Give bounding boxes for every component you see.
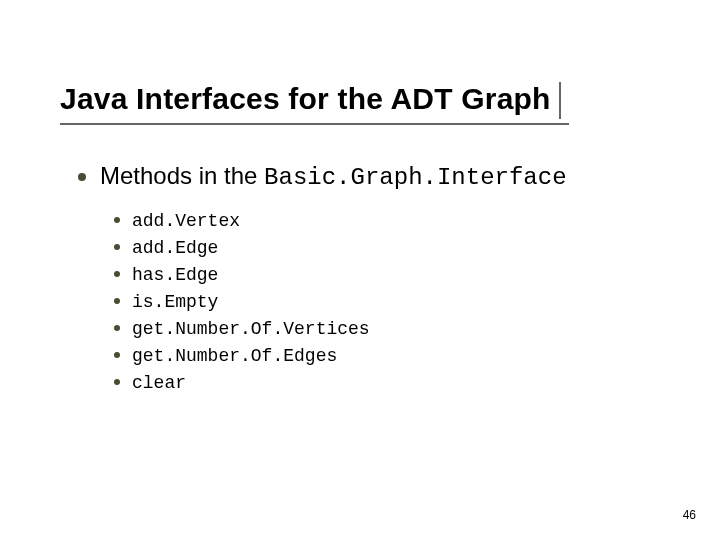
method-name: is.Empty — [132, 289, 218, 316]
list-item: clear — [114, 370, 660, 397]
bullet-icon — [114, 298, 120, 304]
bullet-icon — [114, 271, 120, 277]
method-name: clear — [132, 370, 186, 397]
slide: Java Interfaces for the ADT Graph Method… — [0, 0, 720, 540]
lead-code: Basic.Graph.Interface — [264, 164, 566, 191]
method-list: add.Vertex add.Edge has.Edge is.Empty ge… — [114, 208, 660, 397]
bullet-icon — [114, 325, 120, 331]
method-name: get.Number.Of.Edges — [132, 343, 337, 370]
list-item: is.Empty — [114, 289, 660, 316]
bullet-icon — [114, 244, 120, 250]
list-item: has.Edge — [114, 262, 660, 289]
main-bullet: Methods in the Basic.Graph.Interface — [78, 160, 660, 194]
lead-text: Methods in the — [100, 162, 264, 189]
list-item: get.Number.Of.Vertices — [114, 316, 660, 343]
method-name: get.Number.Of.Vertices — [132, 316, 370, 343]
bullet-icon — [114, 217, 120, 223]
list-item: add.Vertex — [114, 208, 660, 235]
method-name: add.Edge — [132, 235, 218, 262]
slide-title: Java Interfaces for the ADT Graph — [60, 82, 561, 119]
bullet-icon — [78, 173, 86, 181]
slide-body: Methods in the Basic.Graph.Interface add… — [78, 160, 660, 397]
main-text: Methods in the Basic.Graph.Interface — [100, 160, 567, 194]
list-item: get.Number.Of.Edges — [114, 343, 660, 370]
page-number: 46 — [683, 508, 696, 522]
list-item: add.Edge — [114, 235, 660, 262]
bullet-icon — [114, 352, 120, 358]
bullet-icon — [114, 379, 120, 385]
method-name: has.Edge — [132, 262, 218, 289]
method-name: add.Vertex — [132, 208, 240, 235]
